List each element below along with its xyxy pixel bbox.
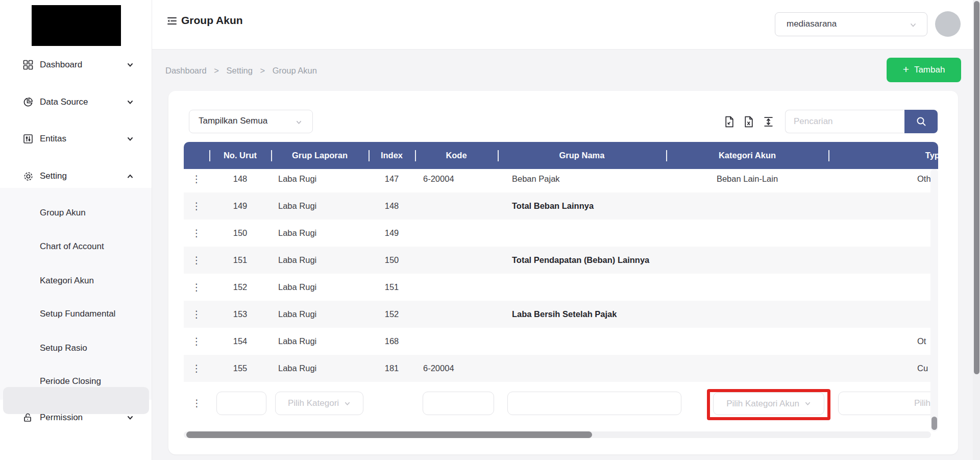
sidebar-item-kategori-akun[interactable]: Kategori Akun [40, 275, 94, 286]
cell-grup-laporan: Laba Rugi [271, 328, 369, 355]
pdf-export-icon[interactable] [723, 115, 736, 128]
column-header-type[interactable]: Type [828, 142, 938, 169]
sidebar-item-entitas[interactable]: Entitas [0, 129, 152, 149]
pie-chart-icon [22, 96, 34, 108]
app-logo [32, 5, 121, 46]
cell-grup-nama: Beban Pajak [498, 169, 666, 192]
cell-grup-nama [498, 220, 666, 247]
column-header-kategori-akun[interactable]: Kategori Akun [666, 142, 828, 169]
cell-grup-laporan: Laba Rugi [271, 301, 369, 328]
column-header-no-urut[interactable]: No. Urut [209, 142, 271, 169]
filter-type-select[interactable]: Pilih [838, 392, 931, 415]
table-row[interactable]: ⋮ 155 Laba Rugi 181 6-20004 Cu [184, 355, 938, 382]
menu-fold-icon[interactable] [166, 15, 178, 27]
filter-row-actions-icon[interactable]: ⋮ [192, 398, 202, 408]
sidebar-item-label: Setting [40, 171, 67, 181]
table-row[interactable]: ⋮ 148 Laba Rugi 147 6-20004 Beban Pajak … [184, 169, 938, 192]
sidebar-item-chart-of-account[interactable]: Chart of Account [40, 241, 104, 252]
breadcrumb-separator: > [260, 66, 265, 75]
cell-type [828, 274, 938, 301]
sidebar-item-data-source[interactable]: Data Source [0, 92, 152, 112]
cell-kode [415, 274, 498, 301]
filter-type-clip: Pilih [838, 392, 931, 415]
cell-no-urut: 155 [209, 355, 271, 382]
company-select[interactable]: mediasarana [775, 12, 927, 36]
row-actions-icon[interactable]: ⋮ [192, 282, 202, 293]
table-row[interactable]: ⋮ 153 Laba Rugi 152 Laba Bersih Setelah … [184, 301, 938, 328]
row-actions-icon[interactable]: ⋮ [192, 174, 202, 184]
cell-no-urut: 150 [209, 220, 271, 247]
cell-grup-laporan: Laba Rugi [271, 355, 369, 382]
cell-grup-nama: Laba Bersih Setelah Pajak [498, 301, 666, 328]
chevron-down-icon [127, 99, 134, 106]
column-header-kode[interactable]: Kode [415, 142, 498, 169]
cell-type [828, 301, 938, 328]
cell-kategori-akun [666, 274, 828, 301]
cell-index: 152 [369, 301, 415, 328]
sidebar-item-setup-rasio[interactable]: Setup Rasio [40, 343, 87, 354]
breadcrumb-group-akun[interactable]: Group Akun [273, 66, 317, 75]
breadcrumb: Dashboard > Setting > Group Akun [165, 66, 322, 76]
cell-grup-laporan: Laba Rugi [271, 247, 369, 274]
table-body: ⋮ 148 Laba Rugi 147 6-20004 Beban Pajak … [184, 169, 938, 382]
cell-grup-laporan: Laba Rugi [271, 274, 369, 301]
table-horizontal-scrollbar-thumb[interactable] [186, 431, 592, 438]
column-header-index[interactable]: Index [369, 142, 415, 169]
sidebar-item-setting[interactable]: Setting [0, 166, 152, 186]
table-row[interactable]: ⋮ 152 Laba Rugi 151 [184, 274, 938, 301]
sidebar-item-periode-closing[interactable]: Periode Closing [40, 376, 101, 387]
company-select-value: mediasarana [787, 19, 837, 29]
cell-index: 168 [369, 328, 415, 355]
search-button[interactable] [904, 110, 938, 133]
table-row[interactable]: ⋮ 149 Laba Rugi 148 Total Beban Lainnya [184, 192, 938, 220]
cell-type [828, 192, 938, 220]
table-row[interactable]: ⋮ 154 Laba Rugi 168 Ot [184, 328, 938, 355]
column-header-grup-nama[interactable]: Grup Nama [498, 142, 666, 169]
cell-type [828, 220, 938, 247]
filter-grup-laporan-select[interactable]: Pilih Kategori [275, 392, 363, 415]
column-header-grup-laporan[interactable]: Grup Laporan [271, 142, 369, 169]
cell-kategori-akun [666, 192, 828, 220]
sidebar-item-setup-fundamental[interactable]: Setup Fundamental [40, 308, 115, 320]
sidebar-item-group-akun[interactable]: Group Akun [40, 207, 86, 219]
cell-kode [415, 328, 498, 355]
excel-export-icon[interactable] [742, 115, 755, 128]
filter-kode-input[interactable] [423, 392, 494, 415]
cell-no-urut: 148 [209, 169, 271, 192]
row-actions-icon[interactable]: ⋮ [192, 228, 202, 238]
search-icon [916, 116, 927, 127]
plus-icon: + [903, 63, 909, 76]
breadcrumb-setting[interactable]: Setting [227, 66, 253, 75]
cell-index: 148 [369, 192, 415, 220]
breadcrumb-dashboard[interactable]: Dashboard [165, 66, 207, 75]
cell-no-urut: 154 [209, 328, 271, 355]
search-input[interactable] [785, 110, 904, 133]
cell-grup-nama [498, 274, 666, 301]
sidebar-item-label: Entitas [40, 134, 66, 144]
chevron-down-icon [127, 61, 134, 68]
page-scrollbar-thumb[interactable] [974, 1, 979, 374]
display-filter-select[interactable]: Tampilkan Semua [189, 110, 313, 133]
cell-type: Cu [828, 355, 938, 382]
cell-index: 149 [369, 220, 415, 247]
sidebar: Dashboard Data Source Entitas Setting [0, 0, 152, 460]
table-row[interactable]: ⋮ 150 Laba Rugi 149 [184, 220, 938, 247]
sidebar-item-permission[interactable]: Permission [0, 407, 152, 428]
column-height-icon[interactable] [762, 115, 775, 128]
table-vertical-scrollbar-thumb[interactable] [932, 417, 937, 430]
table-row[interactable]: ⋮ 151 Laba Rugi 150 Total Pendapatan (Be… [184, 247, 938, 274]
sidebar-item-dashboard[interactable]: Dashboard [0, 55, 152, 75]
row-actions-icon[interactable]: ⋮ [192, 201, 202, 211]
filter-grup-nama-input[interactable] [507, 392, 681, 415]
row-actions-icon[interactable]: ⋮ [192, 336, 202, 347]
table-vertical-scrollbar-track[interactable] [930, 169, 938, 431]
filter-kategori-akun-select[interactable]: Pilih Kategori Akun [713, 392, 824, 415]
avatar[interactable] [935, 11, 961, 37]
row-actions-icon[interactable]: ⋮ [192, 309, 202, 320]
sliders-icon [22, 133, 34, 144]
filter-no-urut-input[interactable] [216, 392, 266, 415]
row-actions-icon[interactable]: ⋮ [192, 363, 202, 374]
row-actions-icon[interactable]: ⋮ [192, 255, 202, 265]
cell-no-urut: 149 [209, 192, 271, 220]
add-button[interactable]: + Tambah [887, 58, 961, 82]
